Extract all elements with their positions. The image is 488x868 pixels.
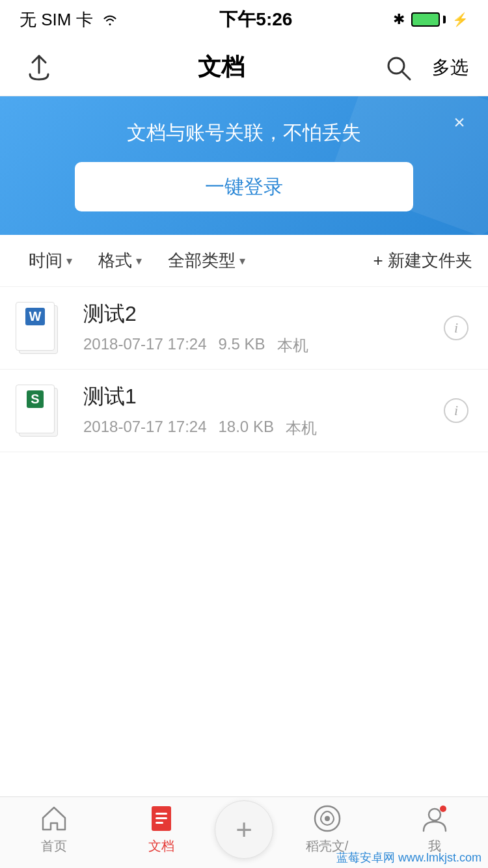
doc-front: W <box>16 302 55 351</box>
file-info-button[interactable]: i <box>440 312 472 344</box>
time-filter[interactable]: 时间 ▾ <box>16 249 85 272</box>
file-name: 测试2 <box>83 300 440 329</box>
status-bar: 无 SIM 卡 下午5:26 ✱ ⚡ <box>0 0 488 39</box>
status-right: ✱ ⚡ <box>393 11 468 28</box>
shell-icon <box>312 804 342 834</box>
login-button-label: 一键登录 <box>205 174 283 200</box>
tab-shell[interactable]: 稻壳文/ <box>273 804 381 855</box>
file-info-button[interactable]: i <box>440 394 472 427</box>
battery-tip <box>443 16 446 23</box>
file-size: 18.0 KB <box>219 418 274 439</box>
home-icon <box>39 804 69 834</box>
format-filter[interactable]: 格式 ▾ <box>85 249 155 272</box>
add-button[interactable]: + <box>215 800 273 859</box>
time-filter-label: 时间 <box>29 249 62 272</box>
file-icon-word: W <box>16 302 68 354</box>
file-info: 测试2 2018-07-17 17:24 9.5 KB 本机 <box>83 300 440 356</box>
watermark: 蓝莓安卓网 www.lmkjst.com <box>336 850 481 865</box>
banner-close-button[interactable]: × <box>446 109 472 135</box>
type-filter-label: 全部类型 <box>168 249 236 272</box>
svg-rect-5 <box>156 822 163 824</box>
docs-tab-label: 文档 <box>148 837 174 855</box>
wifi-icon <box>101 13 119 26</box>
info-icon: i <box>444 398 468 423</box>
search-icon <box>384 53 413 82</box>
status-left: 无 SIM 卡 <box>20 8 119 31</box>
svg-point-8 <box>440 806 446 812</box>
carrier-label: 无 SIM 卡 <box>20 8 93 31</box>
filter-bar: 时间 ▾ 格式 ▾ 全部类型 ▾ + 新建文件夹 <box>0 235 488 287</box>
search-button[interactable] <box>384 53 413 82</box>
file-date: 2018-07-17 17:24 <box>83 418 207 439</box>
file-icon-excel: S <box>16 385 68 437</box>
word-badge: W <box>25 308 46 325</box>
home-tab-label: 首页 <box>41 837 67 855</box>
battery-rect <box>411 12 440 27</box>
type-filter[interactable]: 全部类型 ▾ <box>155 249 258 272</box>
svg-point-6 <box>325 816 330 821</box>
file-size: 9.5 KB <box>219 335 265 356</box>
nav-bar: 文档 多选 <box>0 39 488 96</box>
time-filter-arrow: ▾ <box>66 254 72 268</box>
multiselect-button[interactable]: 多选 <box>432 55 468 80</box>
file-name: 测试1 <box>83 383 440 411</box>
file-info: 测试1 2018-07-17 17:24 18.0 KB 本机 <box>83 383 440 439</box>
tab-home[interactable]: 首页 <box>0 804 107 855</box>
svg-line-1 <box>402 72 410 79</box>
user-icon <box>420 804 450 834</box>
nav-right-actions: 多选 <box>384 53 468 82</box>
svg-rect-3 <box>156 813 167 815</box>
doc-front: S <box>16 385 55 433</box>
new-folder-button[interactable]: + 新建文件夹 <box>373 249 472 272</box>
multiselect-label: 多选 <box>432 55 468 80</box>
format-filter-arrow: ▾ <box>136 254 142 268</box>
format-filter-label: 格式 <box>98 249 132 272</box>
file-list: W 测试2 2018-07-17 17:24 9.5 KB 本机 i S <box>0 287 488 452</box>
file-date: 2018-07-17 17:24 <box>83 335 207 356</box>
new-folder-label: + 新建文件夹 <box>373 249 472 272</box>
page-title: 文档 <box>198 51 245 83</box>
battery-icon: ⚡ <box>411 12 468 27</box>
file-meta: 2018-07-17 17:24 9.5 KB 本机 <box>83 335 440 356</box>
file-location: 本机 <box>286 418 317 439</box>
type-filter-arrow: ▾ <box>239 254 245 268</box>
one-click-login-button[interactable]: 一键登录 <box>75 162 413 211</box>
file-location: 本机 <box>277 335 308 356</box>
battery-charge: ⚡ <box>452 12 468 27</box>
file-item[interactable]: S 测试1 2018-07-17 17:24 18.0 KB 本机 i <box>0 370 488 452</box>
banner-text: 文档与账号关联，不怕丢失 <box>127 120 361 146</box>
info-icon: i <box>444 316 468 340</box>
add-icon: + <box>236 815 252 844</box>
docs-icon <box>146 804 176 834</box>
excel-badge: S <box>27 390 43 408</box>
close-icon: × <box>454 111 465 133</box>
login-banner: × 文档与账号关联，不怕丢失 一键登录 <box>0 96 488 235</box>
svg-rect-4 <box>156 817 167 819</box>
upload-icon <box>23 52 55 83</box>
bluetooth-icon: ✱ <box>393 11 405 28</box>
svg-point-7 <box>429 809 441 821</box>
upload-button[interactable] <box>20 48 59 87</box>
file-meta: 2018-07-17 17:24 18.0 KB 本机 <box>83 418 440 439</box>
tab-docs[interactable]: 文档 <box>107 804 215 855</box>
file-item[interactable]: W 测试2 2018-07-17 17:24 9.5 KB 本机 i <box>0 287 488 370</box>
tab-user[interactable]: 我 <box>381 804 488 855</box>
time-label: 下午5:26 <box>219 7 292 32</box>
